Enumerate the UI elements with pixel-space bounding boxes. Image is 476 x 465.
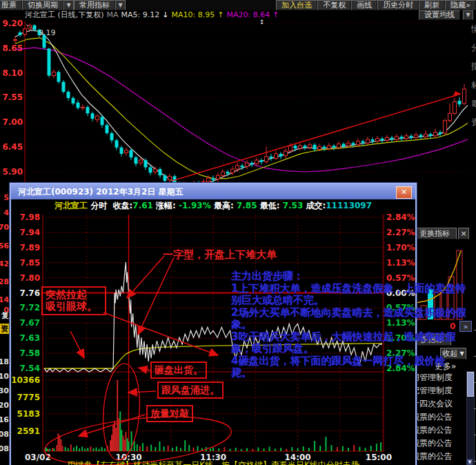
svg-text:9.19: 9.19: [39, 28, 56, 37]
cut-off-tab-char: 标: [471, 79, 476, 98]
announcement-list-item[interactable]: 股票的公告: [411, 437, 466, 450]
annotation-flat-open-label: 一字型，开盘上下堆大单: [163, 248, 277, 261]
window-sliver-value: 08: [0, 444, 9, 453]
collapse-button[interactable]: 收起 ▼: [440, 348, 466, 359]
left-window-sliver: 5470564228140复资18103020160808: [0, 186, 10, 465]
refresh-button[interactable]: 刷新: [419, 0, 445, 10]
annotation-follow-buy-box: 跟风盘涌进。: [157, 382, 224, 399]
add-watchlist-button[interactable]: 加入自选: [276, 0, 317, 10]
cut-off-tab-char: 分: [471, 42, 476, 61]
svg-text:7.54: 7.54: [19, 364, 40, 373]
window-sliver-value: 16: [0, 415, 9, 424]
scrollbar-thumb[interactable]: [467, 372, 474, 397]
svg-text:7.94: 7.94: [19, 228, 40, 237]
svg-text:7.67: 7.67: [19, 318, 40, 328]
stock-button[interactable]: 股票: [0, 0, 22, 10]
svg-text:1.13%: 1.13%: [386, 318, 415, 328]
list-scrollbar[interactable]: ▼: [466, 371, 475, 465]
announcement-list-item[interactable]: 股票的公告: [411, 424, 466, 437]
window-sliver-value: 18: [0, 357, 9, 366]
announcement-list-item[interactable]: 用管理制度: [411, 371, 466, 384]
announcement-list-item[interactable]: 十四次会议: [411, 397, 466, 410]
history-intraday-button[interactable]: 历史分时: [377, 0, 419, 10]
svg-text:8.10: 8.10: [2, 68, 23, 78]
svg-text:6.45: 6.45: [2, 142, 23, 152]
svg-text:2.84%: 2.84%: [386, 212, 415, 222]
window-sliver-value: 42: [0, 259, 9, 268]
announcement-list-item[interactable]: 记管理制度: [411, 384, 466, 397]
collapse-arrow-icon: ▼: [459, 350, 464, 357]
window-sliver-value: 30: [0, 386, 9, 395]
cut-off-tab-char: 最: [471, 98, 476, 117]
common-indicators-dropdown-icon[interactable]: ▼: [115, 0, 126, 10]
daily-candlestick-chart[interactable]: 9.208.658.107.557.006.455.909.19: [0, 19, 476, 185]
pane-splitter-icon[interactable]: ↕: [259, 19, 265, 26]
window-sliver-value: 56: [0, 241, 9, 250]
window-sliver-value: 14: [0, 295, 9, 304]
right-indicator-panel: 更换指标 × 0 » 多指标 收起 ▼ 更多» 用管理制度记管理制度十四次会议股…: [411, 226, 476, 465]
expand-panel-icon[interactable]: »: [459, 321, 472, 332]
svg-text:7.58: 7.58: [19, 348, 40, 358]
hide-button[interactable]: 隐藏»: [445, 0, 476, 10]
window-sliver-value: 70: [0, 223, 9, 232]
svg-text:9.20: 9.20: [2, 19, 23, 28]
svg-text:8.65: 8.65: [2, 43, 23, 53]
top-toolbar: 股票 切换周期 ▼ 常用指标 ▼ 加入自选 不复权 画线 历史分时 刷新 隐藏»: [0, 0, 476, 10]
collapse-label: 收起: [442, 348, 457, 359]
annotation-wash-volume-box: 放量对敲: [146, 405, 193, 422]
common-indicators-button[interactable]: 常用指标: [74, 0, 115, 10]
svg-text:5.90: 5.90: [2, 167, 23, 177]
svg-text:0.57%: 0.57%: [386, 303, 415, 313]
switch-period-button[interactable]: 切换周期: [22, 0, 63, 10]
svg-text:2591: 2591: [17, 426, 40, 436]
multi-indicator-button[interactable]: 多指标: [413, 334, 451, 346]
mini-chart-zero-label: 0: [450, 321, 455, 331]
svg-text:0.00%: 0.00%: [386, 288, 415, 298]
svg-text:7.00: 7.00: [2, 117, 23, 127]
svg-text:7.98: 7.98: [19, 212, 40, 222]
svg-text:1.13%: 1.13%: [386, 258, 415, 268]
svg-text:1.70%: 1.70%: [386, 333, 415, 343]
svg-text:7775: 7775: [17, 393, 40, 402]
panel-close-icon[interactable]: ×: [458, 228, 469, 239]
cut-off-tab-char: 情: [471, 23, 476, 42]
mini-indicator-chart: [411, 240, 466, 321]
scrollbar-down-icon[interactable]: ▼: [467, 459, 473, 465]
svg-text:2.84%: 2.84%: [386, 364, 415, 373]
switch-period-dropdown-icon[interactable]: ▼: [63, 0, 74, 10]
announcement-list: 用管理制度记管理制度十四次会议股票的公告股票的公告股票的公告股票的公告: [411, 371, 466, 463]
svg-text:7.63: 7.63: [19, 333, 40, 343]
svg-text:2.27%: 2.27%: [386, 348, 415, 358]
svg-text:2.27%: 2.27%: [386, 228, 415, 237]
keyboard-hint-text: 用键盘【左右键】移动光标至某一日K线，按【空格键】查看当日K线中分时走势: [11, 459, 415, 465]
annotation-pull-up-line1: 突然拉起: [46, 289, 102, 301]
no-adjust-button[interactable]: 不复权: [317, 0, 351, 10]
draw-line-button[interactable]: 画线: [351, 0, 377, 10]
window-sliver-value: 4: [3, 208, 9, 217]
svg-text:7.85: 7.85: [19, 258, 40, 268]
announcement-list-item[interactable]: 股票的公告: [411, 410, 466, 424]
window-sliver-value: 10: [0, 372, 9, 381]
intraday-chart[interactable]: 7.982.84%7.942.27%7.891.70%7.851.13%7.80…: [11, 184, 415, 465]
svg-text:7.89: 7.89: [19, 243, 40, 253]
window-sliver-value: 28: [0, 277, 9, 286]
svg-text:7.80: 7.80: [19, 273, 40, 283]
window-sliver-value: 资: [0, 324, 9, 334]
right-edge-tab-strip: 情分指标最资: [471, 23, 476, 224]
annotation-pull-up-box: 突然拉起 吸引眼球。: [41, 286, 106, 315]
cut-off-tab-char: 资: [471, 117, 476, 135]
window-sliver-value: 20: [0, 401, 9, 410]
svg-text:10366: 10366: [11, 375, 40, 385]
window-sliver-value: 08: [0, 430, 9, 439]
svg-text:7.55: 7.55: [2, 92, 23, 102]
app-window: { "toolbar": { "stock_btn": "股票", "perio…: [0, 0, 476, 465]
window-sliver-value: 5: [3, 193, 9, 202]
svg-text:5183: 5183: [17, 409, 40, 419]
svg-text:7.76: 7.76: [19, 288, 40, 298]
change-indicator-button[interactable]: 更换指标: [413, 228, 457, 239]
cut-off-tab-char: 指: [471, 61, 476, 79]
toolbar-spacer: [126, 0, 276, 10]
announcement-list-item[interactable]: 股票的公告: [411, 450, 466, 463]
window-sliver-value: 复: [1, 310, 9, 321]
intraday-popup-window: 河北宣工(000923) 2012年3月2日 星期五 ✕ 河北宣工 分时 收盘:…: [10, 183, 417, 465]
